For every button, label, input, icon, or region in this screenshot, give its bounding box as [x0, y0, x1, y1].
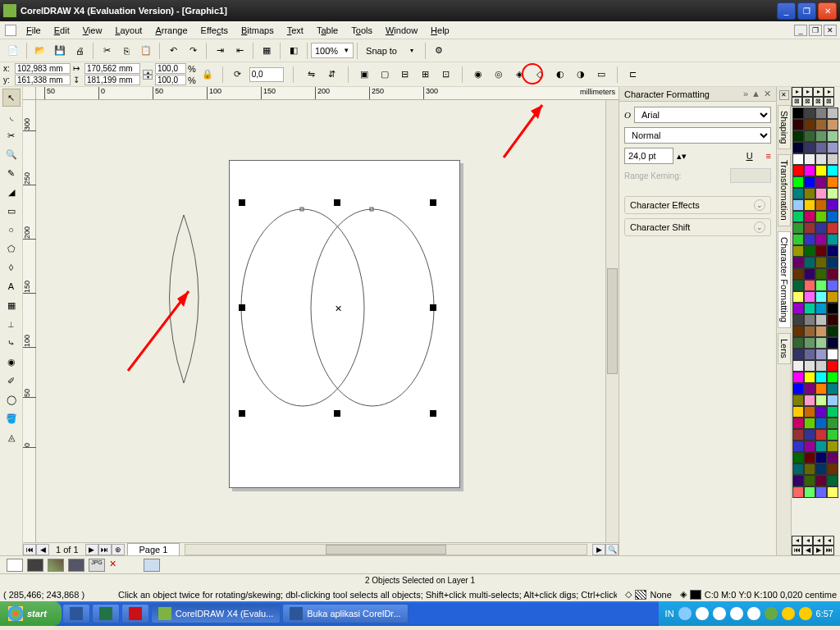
swatch-delete[interactable]: ✕: [109, 559, 126, 572]
pick-tool[interactable]: ↖: [2, 89, 21, 107]
tray-icon[interactable]: [765, 607, 778, 620]
color-swatch[interactable]: [815, 303, 827, 314]
eyedropper-tool[interactable]: ✐: [2, 372, 21, 390]
palette3-dn[interactable]: ◂: [813, 536, 824, 546]
freehand-tool[interactable]: ✎: [2, 164, 21, 182]
task-word-doc[interactable]: Buka aplikasi CorelDr...: [282, 604, 408, 623]
menu-bitmaps[interactable]: Bitmaps: [235, 24, 281, 37]
color-swatch[interactable]: [827, 119, 838, 130]
palette-swatches[interactable]: [792, 107, 840, 536]
color-swatch[interactable]: [804, 234, 815, 245]
docker-close[interactable]: ✕: [764, 89, 771, 99]
color-swatch[interactable]: [804, 119, 815, 130]
color-swatch[interactable]: [792, 486, 804, 498]
palette4-up[interactable]: ▸: [824, 87, 834, 97]
tray-icon[interactable]: [782, 607, 795, 620]
ungroup[interactable]: ⊟: [396, 66, 414, 84]
color-swatch[interactable]: [792, 303, 804, 314]
swatch-4[interactable]: [68, 559, 84, 572]
front-minus-back[interactable]: ◐: [551, 66, 569, 84]
ellipse-tool[interactable]: ○: [2, 221, 21, 239]
print-button[interactable]: 🖨: [71, 42, 89, 60]
color-swatch[interactable]: [815, 176, 827, 188]
close-button[interactable]: ✕: [818, 2, 837, 20]
docker-title[interactable]: Character Formatting »▲✕: [619, 87, 776, 102]
noswatch4[interactable]: ⊠: [824, 97, 834, 107]
rotation-field[interactable]: [249, 67, 284, 82]
mdi-minimize[interactable]: _: [794, 25, 807, 36]
prev-page[interactable]: ◀: [36, 544, 49, 555]
color-swatch[interactable]: [815, 211, 827, 222]
back-minus-front[interactable]: ◑: [572, 66, 590, 84]
color-swatch[interactable]: [792, 418, 804, 429]
combine[interactable]: ⊡: [437, 66, 455, 84]
color-swatch[interactable]: [827, 452, 838, 463]
color-swatch[interactable]: [804, 314, 815, 326]
color-swatch[interactable]: [827, 291, 838, 303]
mdi-restore[interactable]: ❐: [809, 25, 822, 36]
snapto-arrow[interactable]: ▾: [403, 42, 421, 60]
color-swatch[interactable]: [804, 441, 815, 452]
dimension-tool[interactable]: ⟂: [2, 315, 21, 333]
canvas[interactable]: ✕: [36, 100, 619, 542]
color-swatch[interactable]: [804, 222, 815, 234]
color-swatch[interactable]: [792, 463, 804, 475]
color-swatch[interactable]: [815, 372, 827, 383]
color-swatch[interactable]: [804, 326, 815, 337]
tray-icon[interactable]: [747, 607, 760, 620]
undo-button[interactable]: ↶: [164, 42, 182, 60]
color-swatch[interactable]: [792, 441, 804, 452]
scale-y[interactable]: [155, 75, 186, 85]
color-swatch[interactable]: [815, 222, 827, 234]
rectangle-tool[interactable]: ▭: [2, 202, 21, 220]
color-swatch[interactable]: [792, 360, 804, 372]
color-swatch[interactable]: [792, 475, 804, 486]
color-swatch[interactable]: [815, 395, 827, 406]
height-field[interactable]: [84, 75, 140, 85]
color-swatch[interactable]: [792, 280, 804, 291]
color-swatch[interactable]: [827, 222, 838, 234]
color-swatch[interactable]: [792, 268, 804, 280]
to-front[interactable]: ▣: [355, 66, 373, 84]
welcome-button[interactable]: ◧: [285, 42, 303, 60]
color-swatch[interactable]: [815, 142, 827, 153]
clock[interactable]: 6:57: [816, 609, 833, 619]
color-swatch[interactable]: [792, 406, 804, 418]
color-swatch[interactable]: [792, 119, 804, 130]
docker-up[interactable]: ▲: [751, 89, 760, 99]
tray-icon[interactable]: [730, 607, 743, 620]
menu-layout[interactable]: Layout: [108, 24, 148, 37]
vertical-ruler[interactable]: 300 250 200 150 100 50 0: [23, 100, 36, 542]
color-swatch[interactable]: [792, 199, 804, 211]
palette1-up[interactable]: ▸: [792, 87, 802, 97]
y-position[interactable]: [15, 75, 71, 85]
export-button[interactable]: ⇤: [231, 42, 249, 60]
ruler-origin[interactable]: [23, 87, 36, 100]
mirror-v[interactable]: ⇵: [323, 66, 341, 84]
swatch-pattern[interactable]: [48, 559, 64, 572]
color-swatch[interactable]: [804, 142, 815, 153]
color-swatch[interactable]: [792, 314, 804, 326]
color-swatch[interactable]: [792, 176, 804, 188]
menu-view[interactable]: View: [76, 24, 109, 37]
fill-indicator[interactable]: ◇None: [625, 589, 671, 600]
color-swatch[interactable]: [804, 463, 815, 475]
menu-effects[interactable]: Effects: [194, 24, 235, 37]
color-swatch[interactable]: [815, 337, 827, 349]
task-coreldraw[interactable]: CorelDRAW X4 (Evalu...: [151, 604, 281, 623]
color-swatch[interactable]: [804, 303, 815, 314]
horizontal-ruler[interactable]: 50 0 50 100 150 200 250 300 millimeters: [36, 87, 619, 100]
noswatch2[interactable]: ⊠: [802, 97, 813, 107]
group[interactable]: ⊞: [417, 66, 435, 84]
menu-help[interactable]: Help: [424, 24, 456, 37]
color-swatch[interactable]: [827, 199, 838, 211]
color-swatch[interactable]: [804, 268, 815, 280]
color-swatch[interactable]: [804, 130, 815, 142]
color-swatch[interactable]: [815, 441, 827, 452]
color-swatch[interactable]: [827, 188, 838, 199]
app-launcher[interactable]: ▦: [258, 42, 276, 60]
color-swatch[interactable]: [804, 383, 815, 395]
color-swatch[interactable]: [815, 107, 827, 119]
convert-curves[interactable]: ⊏: [624, 66, 642, 84]
open-button[interactable]: 📂: [31, 42, 49, 60]
